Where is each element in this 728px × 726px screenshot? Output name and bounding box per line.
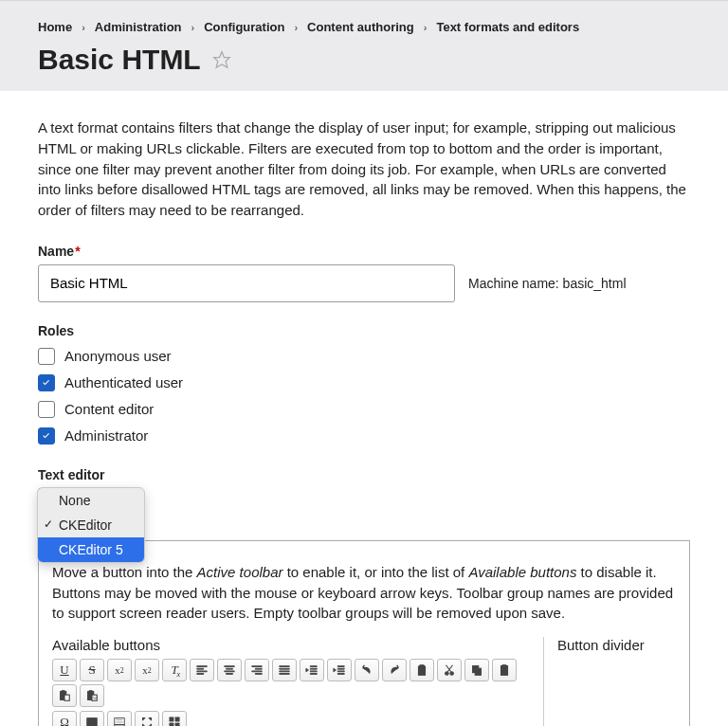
underline-button[interactable]: U — [52, 659, 77, 681]
chevron-right-icon: › — [191, 22, 195, 33]
option-none[interactable]: None — [38, 488, 144, 513]
svg-rect-1 — [419, 667, 426, 676]
available-buttons-row2: Ω — [52, 711, 526, 726]
align-left-button[interactable] — [190, 659, 214, 681]
svg-rect-17 — [170, 717, 173, 721]
breadcrumb-administration[interactable]: Administration — [95, 20, 182, 34]
breadcrumb-content-authoring[interactable]: Content authoring — [307, 20, 414, 34]
name-input[interactable] — [38, 264, 455, 302]
subscript-button[interactable]: x2 — [135, 659, 159, 681]
svg-rect-7 — [502, 665, 506, 667]
remove-format-button[interactable]: Tx — [162, 659, 187, 681]
star-icon[interactable] — [212, 50, 231, 69]
text-editor-label: Text editor — [38, 467, 690, 482]
role-administrator-label: Administrator — [64, 427, 148, 444]
paste-button[interactable] — [492, 659, 517, 681]
role-content-editor-label: Content editor — [64, 401, 154, 417]
cut-button[interactable] — [437, 659, 462, 681]
role-authenticated-label: Authenticated user — [64, 374, 183, 390]
checkbox-authenticated[interactable] — [38, 374, 55, 391]
anchor-button[interactable] — [410, 659, 434, 681]
align-center-button[interactable] — [217, 659, 242, 681]
content-region: A text format contains filters that chan… — [0, 91, 728, 726]
showblocks-button[interactable] — [162, 711, 187, 726]
svg-rect-5 — [475, 668, 481, 675]
checkmark-icon: ✓ — [44, 517, 53, 531]
option-ckeditor5[interactable]: CKEditor 5 — [38, 537, 144, 562]
option-ckeditor[interactable]: ✓CKEditor — [38, 513, 144, 537]
available-buttons-row1: U S x2 x2 Tx — [52, 659, 526, 707]
name-label-text: Name — [38, 244, 74, 259]
checkbox-content-editor[interactable] — [38, 401, 55, 418]
align-right-button[interactable] — [245, 659, 269, 681]
breadcrumb: Home › Administration › Configuration › … — [38, 20, 690, 34]
name-label: Name* — [38, 244, 690, 259]
svg-point-3 — [450, 672, 454, 676]
table-button[interactable] — [80, 711, 104, 726]
page-title: Basic HTML — [38, 44, 690, 76]
available-buttons-label: Available buttons — [52, 637, 526, 653]
svg-rect-12 — [89, 691, 92, 693]
page-title-text: Basic HTML — [38, 44, 201, 76]
breadcrumb-configuration[interactable]: Configuration — [204, 20, 284, 34]
text-editor-dropdown: None ✓CKEditor CKEditor 5 — [37, 487, 145, 563]
svg-rect-15 — [87, 718, 98, 726]
redo-button[interactable] — [382, 659, 407, 681]
toolbar-config-description: Move a button into the Active toolbar to… — [52, 562, 676, 624]
required-mark: * — [75, 244, 80, 259]
header-region: Home › Administration › Configuration › … — [0, 0, 728, 91]
svg-rect-18 — [175, 717, 179, 721]
copy-button[interactable] — [464, 659, 489, 681]
specialchar-button[interactable]: Ω — [52, 711, 77, 726]
chevron-right-icon: › — [424, 22, 428, 33]
breadcrumb-text-formats[interactable]: Text formats and editors — [436, 20, 579, 34]
option-ckeditor-label: CKEditor — [59, 517, 112, 533]
button-divider-label: Button divider — [557, 637, 676, 653]
chevron-right-icon: › — [294, 22, 298, 33]
roles-label: Roles — [38, 323, 690, 338]
align-justify-button[interactable] — [272, 659, 297, 681]
breadcrumb-home[interactable]: Home — [38, 20, 72, 34]
strikethrough-button[interactable]: S — [80, 659, 104, 681]
maximize-button[interactable] — [135, 711, 159, 726]
svg-point-2 — [446, 672, 449, 676]
machine-name: Machine name: basic_html — [468, 276, 627, 291]
svg-rect-9 — [62, 691, 64, 693]
checkbox-anonymous[interactable] — [38, 348, 55, 365]
svg-marker-0 — [213, 52, 229, 68]
chevron-right-icon: › — [82, 22, 85, 33]
paste-text-button[interactable] — [52, 684, 77, 707]
checkbox-administrator[interactable] — [38, 427, 55, 445]
outdent-button[interactable] — [300, 659, 324, 681]
paste-word-button[interactable]: W — [80, 684, 104, 707]
role-anonymous-label: Anonymous user — [64, 348, 172, 364]
svg-rect-10 — [64, 695, 69, 700]
indent-button[interactable] — [327, 659, 352, 681]
superscript-button[interactable]: x2 — [107, 659, 132, 681]
undo-button[interactable] — [355, 659, 379, 681]
intro-text: A text format contains filters that chan… — [38, 118, 690, 221]
horizontalrule-button[interactable] — [107, 711, 132, 726]
